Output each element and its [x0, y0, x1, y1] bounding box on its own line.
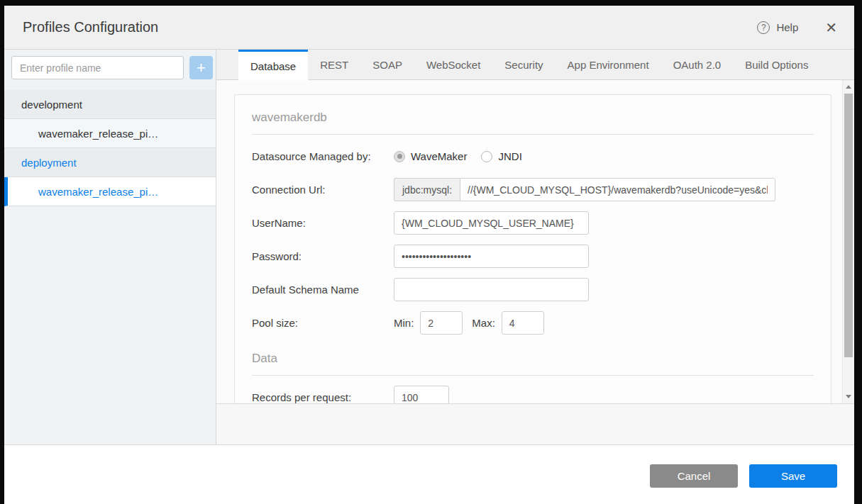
- radio-wavemaker[interactable]: [394, 151, 405, 162]
- db-section-title: wavemakerdb: [252, 103, 814, 134]
- pool-min-label: Min:: [394, 317, 414, 329]
- database-config-panel: wavemakerdb Datasource Managed by: WaveM…: [234, 94, 831, 403]
- records-per-request-label: Records per request:: [252, 391, 394, 403]
- profile-list: development wavemaker_release_pi… deploy…: [4, 90, 216, 206]
- password-row: Password:: [252, 245, 814, 268]
- add-profile-button[interactable]: +: [189, 56, 213, 79]
- datasource-row: Datasource Managed by: WaveMaker JNDI: [252, 145, 814, 168]
- dialog-footer: Cancel Save: [4, 444, 854, 504]
- data-section-title: Data: [252, 345, 814, 375]
- main-panel: Database REST SOAP WebSocket Security Ap…: [216, 50, 854, 444]
- profile-child-label: wavemaker_release_pi…: [38, 128, 158, 140]
- schema-input[interactable]: [394, 278, 589, 301]
- pool-min-input[interactable]: [420, 311, 463, 335]
- radio-dot-icon: [397, 154, 402, 159]
- profiles-sidebar: + development wavemaker_release_pi… depl…: [4, 50, 216, 444]
- schema-label: Default Schema Name: [252, 284, 394, 296]
- tab-bar: Database REST SOAP WebSocket Security Ap…: [216, 50, 854, 80]
- vertical-scrollbar[interactable]: [842, 80, 854, 403]
- tab-build-options[interactable]: Build Options: [733, 50, 820, 79]
- section-divider: [252, 375, 814, 376]
- arrow-down-icon: [846, 395, 851, 398]
- scroll-area: wavemakerdb Datasource Managed by: WaveM…: [216, 80, 854, 404]
- connection-url-input[interactable]: [460, 178, 775, 201]
- records-per-request-input[interactable]: [394, 386, 449, 403]
- tab-soap[interactable]: SOAP: [360, 50, 414, 79]
- save-button[interactable]: Save: [749, 464, 837, 488]
- profile-group-label: development: [21, 99, 82, 111]
- scrollbar-up-button[interactable]: [843, 82, 854, 92]
- cancel-button[interactable]: Cancel: [650, 464, 738, 488]
- database-tab-pane: wavemakerdb Datasource Managed by: WaveM…: [216, 80, 854, 444]
- radio-wavemaker-label[interactable]: WaveMaker: [411, 150, 467, 162]
- pool-size-label: Pool size:: [252, 317, 394, 329]
- tab-oauth[interactable]: OAuth 2.0: [661, 50, 734, 79]
- sidebar-item-deployment-database-selected[interactable]: wavemaker_release_pi…: [4, 177, 216, 206]
- tab-security[interactable]: Security: [492, 50, 555, 79]
- scrollbar-down-button[interactable]: [843, 391, 854, 402]
- help-icon[interactable]: ?: [757, 21, 770, 34]
- schema-row: Default Schema Name: [252, 278, 814, 301]
- arrow-up-icon: [846, 85, 851, 89]
- tab-app-environment[interactable]: App Environment: [556, 50, 661, 79]
- connection-url-label: Connection Url:: [252, 184, 394, 196]
- radio-jndi-label[interactable]: JNDI: [498, 150, 521, 162]
- dialog-body: + development wavemaker_release_pi… depl…: [4, 50, 854, 444]
- sidebar-item-deployment[interactable]: deployment: [4, 148, 216, 177]
- radio-jndi[interactable]: [481, 151, 492, 162]
- password-input[interactable]: [394, 245, 589, 268]
- close-icon[interactable]: ✕: [825, 21, 837, 35]
- datasource-label: Datasource Managed by:: [252, 150, 394, 162]
- help-button[interactable]: ? Help: [757, 21, 798, 34]
- username-row: UserName:: [252, 211, 814, 235]
- dialog-header: Profiles Configuration ? Help ✕: [4, 6, 854, 50]
- section-divider: [252, 134, 814, 135]
- page-title: Profiles Configuration: [23, 19, 158, 35]
- tab-websocket[interactable]: WebSocket: [414, 50, 492, 79]
- pool-max-input[interactable]: [502, 311, 544, 335]
- scroll-content: wavemakerdb Datasource Managed by: WaveM…: [216, 80, 842, 403]
- jdbc-prefix-addon: jdbc:mysql:: [394, 178, 460, 201]
- pool-max-label: Max:: [472, 317, 495, 329]
- tab-rest[interactable]: REST: [308, 50, 360, 79]
- username-label: UserName:: [252, 217, 394, 229]
- username-input[interactable]: [394, 211, 589, 235]
- tab-database[interactable]: Database: [238, 50, 308, 80]
- profile-child-label: wavemaker_release_pi…: [38, 186, 158, 198]
- screen-background: Profiles Configuration ? Help ✕ + develo…: [0, 0, 862, 504]
- profile-name-input[interactable]: [11, 56, 184, 79]
- pane-lower-strip: [216, 404, 854, 444]
- profile-add-row: +: [4, 50, 216, 85]
- records-per-request-row: Records per request:: [252, 386, 814, 403]
- password-label: Password:: [252, 250, 394, 262]
- connection-url-row: Connection Url: jdbc:mysql:: [252, 178, 814, 201]
- help-label[interactable]: Help: [776, 21, 798, 33]
- pool-size-row: Pool size: Min: Max:: [252, 311, 814, 335]
- scrollbar-thumb[interactable]: [844, 94, 853, 357]
- sidebar-item-development[interactable]: development: [4, 90, 216, 119]
- profiles-configuration-dialog: Profiles Configuration ? Help ✕ + develo…: [4, 6, 854, 504]
- profile-group-label: deployment: [21, 157, 77, 169]
- sidebar-item-development-database[interactable]: wavemaker_release_pi…: [4, 119, 216, 148]
